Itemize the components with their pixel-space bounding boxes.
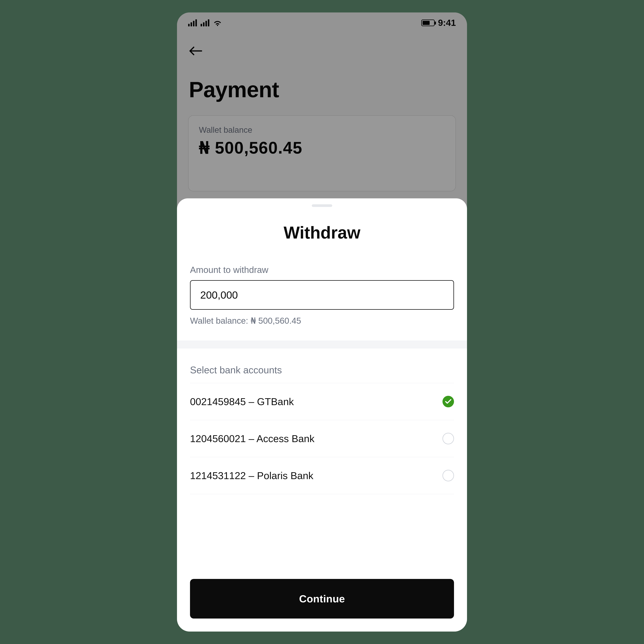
account-option-2[interactable]: 1214531122 – Polaris Bank [190,457,454,494]
account-option-1[interactable]: 1204560021 – Access Bank [190,420,454,457]
accounts-label: Select bank accounts [190,364,454,376]
amount-label: Amount to withdraw [190,265,454,275]
account-option-0[interactable]: 0021459845 – GTBank [190,383,454,420]
withdraw-sheet: Withdraw Amount to withdraw Wallet balan… [177,198,467,632]
helper-amount: ₦ 500,560.45 [251,316,301,326]
account-label: 1204560021 – Access Bank [190,433,315,444]
section-divider [177,341,467,348]
phone-frame: 9:41 Payment Wallet balance ₦ 500,560.45… [177,12,467,632]
account-label: 0021459845 – GTBank [190,396,294,407]
accounts-section: Select bank accounts 0021459845 – GTBank… [177,348,467,494]
account-label: 1214531122 – Polaris Bank [190,470,313,481]
radio-unchecked-icon [442,433,454,444]
sheet-title: Withdraw [177,223,467,242]
radio-unchecked-icon [442,470,454,481]
wallet-balance-helper: Wallet balance: ₦ 500,560.45 [190,316,454,326]
amount-input[interactable] [190,280,454,310]
helper-prefix: Wallet balance: [190,316,251,326]
sheet-drag-handle[interactable] [312,204,332,207]
amount-section: Amount to withdraw Wallet balance: ₦ 500… [177,242,467,326]
check-circle-icon [442,396,454,407]
continue-button[interactable]: Continue [190,579,454,619]
